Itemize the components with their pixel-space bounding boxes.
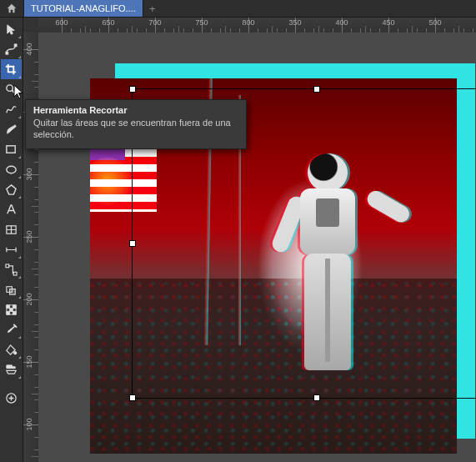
plus-icon: + xyxy=(149,3,156,15)
crop-tool-icon xyxy=(5,63,18,76)
table-tool-icon xyxy=(5,223,18,236)
flyout-indicator-icon xyxy=(18,376,21,379)
flyout-indicator-icon xyxy=(18,276,21,279)
document-tab-label: TUTORIAL-ANAGLIFO.... xyxy=(31,3,136,13)
ruler-origin[interactable] xyxy=(23,18,39,33)
svg-rect-1 xyxy=(14,43,17,46)
quick-customize-button[interactable] xyxy=(1,388,22,408)
flyout-indicator-icon xyxy=(18,36,21,38)
svg-point-2 xyxy=(7,84,13,91)
new-document-tab-button[interactable]: + xyxy=(143,0,162,17)
ruler-label: 100 xyxy=(25,418,33,430)
rectangle-tool-icon xyxy=(5,143,18,156)
ruler-label: 600 xyxy=(55,18,68,27)
document-tab-active[interactable]: TUTORIAL-ANAGLIFO.... xyxy=(24,0,143,17)
svg-point-11 xyxy=(14,351,17,354)
flyout-indicator-icon xyxy=(18,336,21,339)
ruler-label: 350 xyxy=(288,18,301,27)
ground-texture xyxy=(90,279,457,454)
fill-tool-button[interactable] xyxy=(1,339,22,359)
dimension-tool-icon xyxy=(5,244,18,256)
svg-rect-7 xyxy=(13,272,17,275)
flyout-indicator-icon xyxy=(18,76,21,78)
flyout-indicator-icon xyxy=(18,56,21,58)
ruler-label: 750 xyxy=(195,18,208,27)
effects-tool-button[interactable] xyxy=(1,279,22,299)
eyedropper-tool-button[interactable] xyxy=(1,319,22,339)
home-icon xyxy=(6,3,18,14)
shape-edit-tool-button[interactable] xyxy=(1,39,22,59)
flyout-indicator-icon xyxy=(18,356,21,359)
canvas-area: 600650700750800350400450500 400350300250… xyxy=(23,18,476,462)
connector-tool-icon xyxy=(5,264,18,276)
pick-tool-button[interactable] xyxy=(1,19,22,39)
zoom-tool-icon xyxy=(5,83,18,96)
ruler-label: 800 xyxy=(242,18,254,27)
text-tool-button[interactable] xyxy=(1,199,22,219)
ruler-label: 500 xyxy=(428,18,441,27)
tooltip-title: Herramienta Recortar xyxy=(33,105,238,115)
table-tool-button[interactable] xyxy=(1,219,22,239)
welcome-tab-button[interactable] xyxy=(0,0,24,17)
freehand-tool-icon xyxy=(5,103,18,116)
ruler-label: 150 xyxy=(25,355,33,368)
transparency-tool-button[interactable] xyxy=(1,299,22,319)
svg-point-4 xyxy=(7,166,16,173)
svg-rect-6 xyxy=(6,264,9,267)
ruler-label: 400 xyxy=(25,43,33,55)
viewport[interactable] xyxy=(38,33,476,462)
document-tab-bar: TUTORIAL-ANAGLIFO.... + xyxy=(0,0,476,18)
ruler-label: 200 xyxy=(25,293,33,305)
rectangle-tool-button[interactable] xyxy=(1,139,22,159)
flyout-indicator-icon xyxy=(18,256,21,259)
flyout-indicator-icon xyxy=(18,96,21,98)
tool-tooltip: Herramienta Recortar Quitar las áreas qu… xyxy=(25,99,247,149)
ruler-label: 450 xyxy=(382,18,394,27)
dimension-tool-button[interactable] xyxy=(1,239,22,259)
ruler-label: 250 xyxy=(25,230,33,243)
tooltip-body: Quitar las áreas que se encuentran fuera… xyxy=(33,117,238,141)
connector-tool-button[interactable] xyxy=(1,259,22,279)
freehand-tool-button[interactable] xyxy=(1,99,22,119)
vertical-ruler[interactable]: 400350300250200150100 xyxy=(23,33,39,462)
astronaut-shape xyxy=(282,153,373,387)
outline-tool-button[interactable] xyxy=(1,359,22,379)
main-area: 600650700750800350400450500 400350300250… xyxy=(0,18,476,462)
svg-rect-0 xyxy=(6,52,8,54)
crop-tool-button[interactable] xyxy=(1,59,22,79)
outline-tool-icon xyxy=(5,364,18,376)
ellipse-tool-button[interactable] xyxy=(1,159,22,179)
flyout-indicator-icon xyxy=(18,296,21,299)
app-root: TUTORIAL-ANAGLIFO.... + 6006507007508003… xyxy=(0,0,476,462)
ruler-label: 650 xyxy=(102,18,114,27)
flyout-indicator-icon xyxy=(18,176,21,178)
flyout-indicator-icon xyxy=(18,116,21,118)
transparency-tool-icon xyxy=(5,304,18,316)
ruler-label: 300 xyxy=(25,168,33,180)
flyout-indicator-icon xyxy=(18,156,21,158)
polygon-tool-button[interactable] xyxy=(1,179,22,199)
flyout-indicator-icon xyxy=(18,196,21,198)
svg-rect-3 xyxy=(7,145,15,152)
ellipse-tool-icon xyxy=(5,163,18,176)
svg-rect-9 xyxy=(10,289,16,294)
fill-tool-icon xyxy=(5,344,18,356)
pick-tool-icon xyxy=(5,23,18,36)
zoom-tool-button[interactable] xyxy=(1,79,22,99)
artistic-media-tool-button[interactable] xyxy=(1,119,22,139)
text-tool-icon xyxy=(5,203,18,216)
horizontal-ruler[interactable]: 600650700750800350400450500 xyxy=(38,18,476,33)
shape-edit-tool-icon xyxy=(5,43,18,56)
artistic-media-tool-icon xyxy=(5,123,18,136)
plus-circle-icon xyxy=(5,392,18,404)
polygon-tool-icon xyxy=(5,183,18,196)
eyedropper-tool-icon xyxy=(5,324,18,336)
toolbox xyxy=(0,18,23,462)
effects-tool-icon xyxy=(5,284,18,296)
ruler-label: 700 xyxy=(148,18,161,27)
ruler-label: 400 xyxy=(335,18,348,27)
